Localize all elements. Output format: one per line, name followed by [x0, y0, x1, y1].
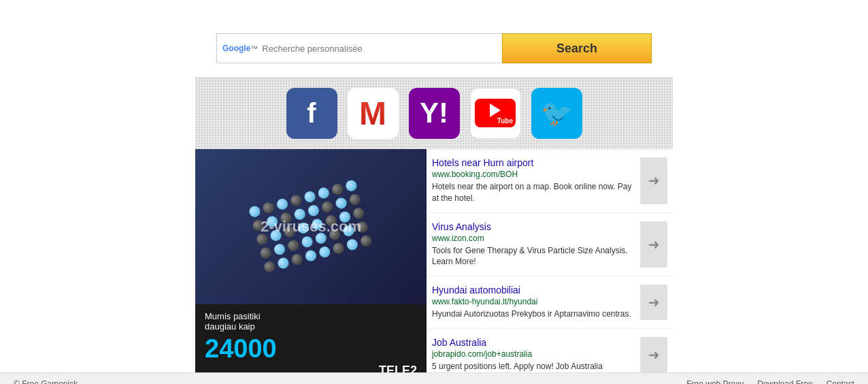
ad-listing-item: Virus Analysis www.izon.com Tools for Ge…	[427, 213, 673, 277]
ad-listing-item: Hyundai automobiliai www.fakto-hyundai.l…	[427, 276, 673, 329]
ad-item-desc: Tools for Gene Therapy & Virus Particle …	[432, 245, 635, 268]
ad-item-desc: Hyundai Autorizuotas Prekybos ir Aptarna…	[432, 308, 635, 320]
footer-link-contact[interactable]: Contact	[827, 379, 854, 384]
facebook-icon[interactable]: f	[281, 89, 342, 137]
ad-item-url: www.fakto-hyundai.lt/hyundai	[432, 297, 635, 306]
search-input[interactable]	[262, 44, 497, 54]
ad-tagline: Mumis pasitikidaugiau kaip	[205, 311, 417, 332]
ad-item-desc: 5 urgent positions left. Apply now! Job …	[432, 361, 635, 372]
ad-item-arrow[interactable]: ➜	[640, 221, 667, 268]
footer-link-download[interactable]: Download Free	[757, 379, 812, 384]
footer-link-proxy[interactable]: Free web Proxy	[686, 379, 744, 384]
ad-item-url: www.izon.com	[432, 234, 635, 243]
watermark: 2-viruses.com	[261, 218, 361, 236]
ad-item-title[interactable]: Hotels near Hurn airport	[432, 157, 635, 168]
play-triangle	[490, 103, 501, 117]
ad-listing-item: Hotels near Hurn airport www.booking.com…	[427, 149, 673, 213]
search-button[interactable]: Search	[502, 33, 652, 63]
ad-listings: Hotels near Hurn airport www.booking.com…	[427, 149, 673, 384]
footer-links: Free web Proxy Download Free Contact	[686, 379, 854, 384]
ad-item-text: Hotels near Hurn airport www.booking.com…	[432, 157, 635, 204]
ad-item-url: jobrapido.com/job+australia	[432, 349, 635, 359]
ad-item-text: Hyundai automobiliai www.fakto-hyundai.l…	[432, 285, 635, 320]
google-logo: Google™	[222, 44, 258, 53]
ad-number: 24000	[205, 334, 417, 364]
arrow-right-icon: ➜	[648, 172, 660, 189]
ad-item-desc: Hotels near the airport on a map. Book o…	[432, 181, 635, 204]
arrow-right-icon: ➜	[648, 294, 660, 310]
ad-image-area: 2-viruses.com	[195, 149, 427, 304]
social-icons-strip: f M Y! Tube 🐦	[195, 77, 673, 149]
ad-item-title[interactable]: Virus Analysis	[432, 221, 635, 232]
main-content: Ad ✕ 2-viruses.com Mumis pasitikidaugiau…	[195, 149, 673, 384]
ad-item-text: Job Australia jobrapido.com/job+australi…	[432, 337, 635, 372]
yahoo-icon[interactable]: Y!	[403, 89, 465, 137]
footer: © Free Gamepick Free web Proxy Download …	[0, 372, 868, 384]
youtube-icon[interactable]: Tube	[465, 89, 526, 137]
ad-item-text: Virus Analysis www.izon.com Tools for Ge…	[432, 221, 635, 268]
search-section: Google™ Search	[0, 0, 868, 77]
ad-item-arrow[interactable]: ➜	[640, 285, 667, 320]
search-input-wrapper: Google™	[216, 33, 502, 63]
gmail-icon[interactable]: M	[342, 89, 403, 137]
footer-copyright: © Free Gamepick	[14, 379, 78, 384]
ad-item-title[interactable]: Hyundai automobiliai	[432, 285, 635, 295]
ad-item-arrow[interactable]: ➜	[640, 157, 667, 204]
arrow-right-icon: ➜	[648, 347, 660, 363]
ad-item-arrow[interactable]: ➜	[640, 337, 667, 372]
ad-item-title[interactable]: Job Australia	[432, 337, 635, 348]
ad-banner: Ad ✕ 2-viruses.com Mumis pasitikidaugiau…	[195, 149, 427, 384]
arrow-right-icon: ➜	[648, 236, 660, 253]
twitter-icon[interactable]: 🐦	[526, 89, 587, 137]
ad-item-url: www.booking.com/BOH	[432, 170, 635, 179]
